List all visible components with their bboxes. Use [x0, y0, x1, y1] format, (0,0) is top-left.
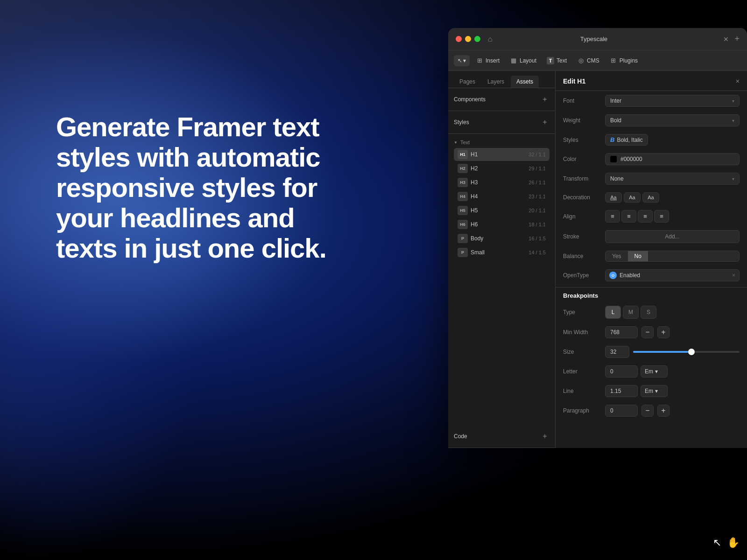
decoration-btn-strikethrough[interactable]: Aa	[624, 192, 641, 203]
style-size-h3: 26 / 1.1	[529, 180, 546, 185]
main-content: Pages Layers Assets Components + Styles …	[448, 71, 747, 448]
group-arrow-icon: ▼	[454, 140, 458, 145]
cms-label: CMS	[587, 57, 599, 64]
add-tab-button[interactable]: +	[734, 34, 740, 44]
align-justify-button[interactable]: ≡	[654, 210, 669, 223]
letter-input-group: 0 Em ▾	[605, 365, 740, 378]
paragraph-decrement-button[interactable]: −	[641, 405, 654, 417]
code-add-button[interactable]: +	[540, 432, 550, 441]
opentype-dot: O	[609, 272, 617, 279]
app-window: ⌂ Typescale ✕ + ↖ ▾ ⊞ Insert ▦ Layout T …	[448, 28, 747, 448]
balance-no-button[interactable]: No	[628, 251, 648, 261]
text-button[interactable]: T Text	[543, 55, 571, 67]
styles-add-button[interactable]: +	[540, 118, 550, 127]
color-picker[interactable]: #000000	[605, 153, 740, 165]
letter-unit-select[interactable]: Em ▾	[641, 365, 668, 378]
align-left-button[interactable]: ≡	[605, 210, 620, 223]
decoration-btn-none[interactable]: Aa	[642, 192, 659, 203]
style-item-h2[interactable]: H2 H2 29 / 1.1	[454, 162, 550, 175]
style-size-h2: 29 / 1.1	[529, 166, 546, 171]
font-select[interactable]: Inter ▾	[605, 95, 740, 107]
style-item-h4[interactable]: H4 H4 23 / 1.1	[454, 190, 550, 203]
components-section: Components +	[448, 88, 555, 111]
plugins-button[interactable]: ⊞ Plugins	[606, 55, 642, 67]
styles-control: B Bold, Italic	[605, 134, 740, 146]
style-size-h4: 23 / 1.1	[529, 194, 546, 199]
style-item-h1[interactable]: H1 H1 32 / 1.1	[454, 148, 550, 161]
align-right-button[interactable]: ≡	[638, 210, 653, 223]
paragraph-increment-button[interactable]: +	[657, 405, 669, 417]
window-title: Typescale	[470, 35, 718, 42]
style-item-h6[interactable]: H6 H6 18 / 1.1	[454, 218, 550, 231]
edit-panel-header: Edit H1 ×	[556, 71, 747, 91]
balance-row: Balance Yes No	[556, 247, 747, 266]
style-badge-h6: H6	[458, 220, 468, 229]
style-item-h3[interactable]: H3 H3 26 / 1.1	[454, 176, 550, 189]
balance-yes-button[interactable]: Yes	[606, 251, 628, 261]
bold-italic-icon: B	[610, 136, 614, 143]
components-add-button[interactable]: +	[540, 95, 550, 104]
tool-arrow-button[interactable]: ↖ ▾	[454, 55, 470, 66]
layout-label: Layout	[520, 57, 536, 64]
decoration-btn-underline[interactable]: Aa	[605, 192, 622, 203]
close-tab-icon[interactable]: ✕	[723, 35, 729, 43]
size-control: 32	[605, 346, 740, 358]
size-slider-thumb[interactable]	[688, 349, 695, 355]
weight-row: Weight Bold ▾	[556, 111, 747, 130]
type-label: Type	[563, 309, 605, 315]
letter-unit-value: Em	[645, 368, 653, 375]
insert-button[interactable]: ⊞ Insert	[472, 55, 504, 67]
opentype-control: O Enabled ×	[605, 269, 740, 281]
type-row: Type L M S	[556, 302, 747, 322]
style-item-h5[interactable]: H5 H5 20 / 1.1	[454, 204, 550, 217]
size-slider-track[interactable]	[633, 351, 740, 353]
size-label: Size	[563, 349, 605, 355]
type-control: L M S	[605, 306, 740, 319]
tab-assets[interactable]: Assets	[511, 76, 539, 88]
traffic-light-red[interactable]	[456, 36, 462, 42]
size-row: Size 32	[556, 342, 747, 362]
line-unit-select[interactable]: Em ▾	[641, 385, 668, 397]
styles-label: Styles	[454, 119, 469, 126]
paragraph-input[interactable]: 0	[605, 405, 638, 417]
style-item-body[interactable]: P Body 16 / 1.5	[454, 232, 550, 245]
transform-select[interactable]: None ▾	[605, 173, 740, 185]
minwidth-input[interactable]: 768	[605, 326, 638, 338]
stroke-add-button[interactable]: Add...	[605, 230, 740, 243]
tab-layers[interactable]: Layers	[482, 76, 510, 88]
letter-control: 0 Em ▾	[605, 365, 740, 378]
style-group-text[interactable]: ▼ Text	[454, 138, 550, 148]
style-badge-h5: H5	[458, 206, 468, 215]
opentype-label: OpenType	[563, 272, 605, 279]
type-m-button[interactable]: M	[623, 306, 639, 319]
color-swatch	[610, 156, 617, 162]
opentype-close-button[interactable]: ×	[732, 272, 735, 279]
weight-control: Bold ▾	[605, 114, 740, 126]
type-l-button[interactable]: L	[605, 306, 621, 319]
letter-input[interactable]: 0	[605, 365, 638, 378]
styles-tag[interactable]: B Bold, Italic	[605, 134, 648, 146]
tab-pages[interactable]: Pages	[454, 76, 481, 88]
transform-row: Transform None ▾	[556, 169, 747, 189]
paragraph-label: Paragraph	[563, 407, 605, 414]
weight-select[interactable]: Bold ▾	[605, 114, 740, 126]
type-s-button[interactable]: S	[641, 306, 656, 319]
align-center-button[interactable]: ≡	[621, 210, 636, 223]
cms-button[interactable]: ◎ CMS	[573, 55, 604, 67]
align-buttons: ≡ ≡ ≡ ≡	[605, 210, 740, 223]
opentype-tag[interactable]: O Enabled ×	[605, 269, 740, 281]
size-input[interactable]: 32	[605, 346, 629, 358]
style-name-h2: H2	[471, 165, 478, 172]
style-name-small: Small	[471, 249, 485, 256]
layout-button[interactable]: ▦ Layout	[506, 55, 541, 67]
minwidth-decrement-button[interactable]: −	[641, 326, 654, 338]
style-item-small[interactable]: P Small 14 / 1.5	[454, 246, 550, 259]
line-label: Line	[563, 388, 605, 394]
style-name-h3: H3	[471, 179, 478, 186]
line-input[interactable]: 1.15	[605, 385, 638, 397]
minwidth-increment-button[interactable]: +	[657, 326, 669, 338]
weight-value: Bold	[610, 117, 621, 124]
weight-select-arrow: ▾	[732, 118, 734, 123]
edit-close-button[interactable]: ×	[736, 77, 740, 85]
balance-label: Balance	[563, 253, 605, 259]
